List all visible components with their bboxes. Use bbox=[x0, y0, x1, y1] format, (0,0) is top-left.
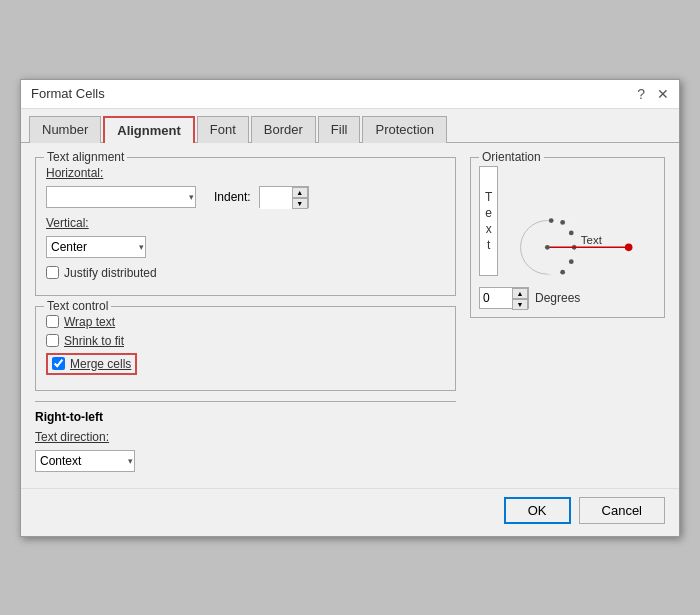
indent-down-button[interactable]: ▼ bbox=[292, 198, 308, 209]
vertical-text-column[interactable]: T e x t bbox=[479, 166, 498, 276]
tab-font[interactable]: Font bbox=[197, 116, 249, 143]
wrap-text-label: Wrap text bbox=[64, 315, 115, 329]
rtl-title-row: Right-to-left bbox=[35, 410, 456, 424]
wrap-text-checkbox[interactable] bbox=[46, 315, 59, 328]
indent-spinner-buttons: ▲ ▼ bbox=[292, 187, 308, 209]
orientation-inner: T e x t bbox=[479, 166, 656, 279]
text-alignment-title: Text alignment bbox=[44, 150, 127, 164]
horizontal-select-row: General Left Center Right Fill Justify C… bbox=[46, 186, 445, 208]
orientation-title: Orientation bbox=[479, 150, 544, 164]
degrees-label: Degrees bbox=[535, 291, 580, 305]
degrees-row: ▲ ▼ Degrees bbox=[479, 287, 656, 309]
indent-spinner: ▲ ▼ bbox=[259, 186, 309, 208]
tab-fill[interactable]: Fill bbox=[318, 116, 361, 143]
tab-bar: Number Alignment Font Border Fill Protec… bbox=[21, 109, 679, 143]
merge-cells-label: Merge cells bbox=[70, 357, 131, 371]
text-alignment-group: Text alignment Horizontal: General Left … bbox=[35, 157, 456, 296]
justify-distributed-label: Justify distributed bbox=[64, 266, 157, 280]
text-direction-label: Text direction: bbox=[35, 430, 109, 444]
merge-highlighted-box: Merge cells bbox=[46, 353, 137, 375]
vertical-select[interactable]: Top Center Bottom Justify Distributed bbox=[46, 236, 146, 258]
svg-point-3 bbox=[569, 230, 574, 235]
title-bar-buttons: ? ✕ bbox=[637, 86, 669, 102]
degrees-input[interactable] bbox=[480, 288, 514, 308]
horizontal-row: Horizontal: bbox=[46, 166, 445, 180]
right-to-left-group: Right-to-left Text direction: Context Le… bbox=[35, 410, 456, 472]
text-control-group: Text control Wrap text Shrink to fit Mer… bbox=[35, 306, 456, 391]
divider bbox=[35, 401, 456, 402]
rtl-title: Right-to-left bbox=[35, 410, 103, 424]
merge-row: Merge cells bbox=[46, 353, 445, 375]
vertical-select-wrapper: Top Center Bottom Justify Distributed ▾ bbox=[46, 236, 146, 258]
orientation-dial: Text bbox=[506, 166, 656, 276]
tab-number[interactable]: Number bbox=[29, 116, 101, 143]
text-direction-select-wrapper: Context Left-to-Right Right-to-Left ▾ bbox=[35, 450, 135, 472]
indent-label: Indent: bbox=[214, 190, 251, 204]
svg-point-10 bbox=[625, 243, 633, 251]
vert-letter-e: e bbox=[485, 206, 492, 220]
left-panel: Text alignment Horizontal: General Left … bbox=[35, 157, 456, 478]
justify-distributed-row: Justify distributed bbox=[46, 266, 445, 280]
cancel-button[interactable]: Cancel bbox=[579, 497, 665, 524]
dial-area[interactable]: Text bbox=[506, 166, 656, 279]
text-direction-select-row: Context Left-to-Right Right-to-Left ▾ bbox=[35, 450, 456, 472]
vertical-select-row: Top Center Bottom Justify Distributed ▾ bbox=[46, 236, 445, 258]
indent-up-button[interactable]: ▲ bbox=[292, 187, 308, 198]
dialog-title: Format Cells bbox=[31, 86, 105, 101]
right-panel: Orientation T e x t bbox=[470, 157, 665, 478]
vert-letter-t: t bbox=[487, 238, 490, 252]
merge-cells-checkbox[interactable] bbox=[52, 357, 65, 370]
shrink-label: Shrink to fit bbox=[64, 334, 124, 348]
title-bar: Format Cells ? ✕ bbox=[21, 80, 679, 109]
degrees-down-button[interactable]: ▼ bbox=[512, 299, 528, 310]
svg-point-7 bbox=[561, 269, 566, 274]
close-button[interactable]: ✕ bbox=[657, 86, 669, 102]
vert-letter-T: T bbox=[485, 190, 492, 204]
tab-protection[interactable]: Protection bbox=[362, 116, 447, 143]
tab-border[interactable]: Border bbox=[251, 116, 316, 143]
horizontal-label: Horizontal: bbox=[46, 166, 103, 180]
help-button[interactable]: ? bbox=[637, 86, 645, 102]
horizontal-select-wrapper: General Left Center Right Fill Justify C… bbox=[46, 186, 196, 208]
text-direction-select[interactable]: Context Left-to-Right Right-to-Left bbox=[35, 450, 135, 472]
dialog-footer: OK Cancel bbox=[21, 488, 679, 536]
text-control-title: Text control bbox=[44, 299, 111, 313]
vert-letter-x: x bbox=[486, 222, 492, 236]
svg-point-6 bbox=[569, 259, 574, 264]
degrees-spinner-buttons: ▲ ▼ bbox=[512, 288, 528, 310]
justify-distributed-checkbox[interactable] bbox=[46, 266, 59, 279]
horizontal-select[interactable]: General Left Center Right Fill Justify C… bbox=[46, 186, 196, 208]
vertical-row: Vertical: bbox=[46, 216, 445, 230]
format-cells-dialog: Format Cells ? ✕ Number Alignment Font B… bbox=[20, 79, 680, 537]
svg-text:Text: Text bbox=[581, 234, 603, 246]
text-direction-row: Text direction: bbox=[35, 430, 456, 444]
ok-button[interactable]: OK bbox=[504, 497, 571, 524]
svg-point-4 bbox=[561, 220, 566, 225]
svg-point-5 bbox=[549, 218, 554, 223]
degrees-up-button[interactable]: ▲ bbox=[512, 288, 528, 299]
vertical-label: Vertical: bbox=[46, 216, 101, 230]
indent-input[interactable] bbox=[260, 187, 294, 209]
wrap-text-row: Wrap text bbox=[46, 315, 445, 329]
dialog-body: Text alignment Horizontal: General Left … bbox=[21, 143, 679, 488]
shrink-checkbox[interactable] bbox=[46, 334, 59, 347]
tab-alignment[interactable]: Alignment bbox=[103, 116, 195, 143]
degrees-input-wrap: ▲ ▼ bbox=[479, 287, 529, 309]
shrink-row: Shrink to fit bbox=[46, 334, 445, 348]
orientation-box: Orientation T e x t bbox=[470, 157, 665, 318]
svg-point-11 bbox=[545, 244, 550, 249]
